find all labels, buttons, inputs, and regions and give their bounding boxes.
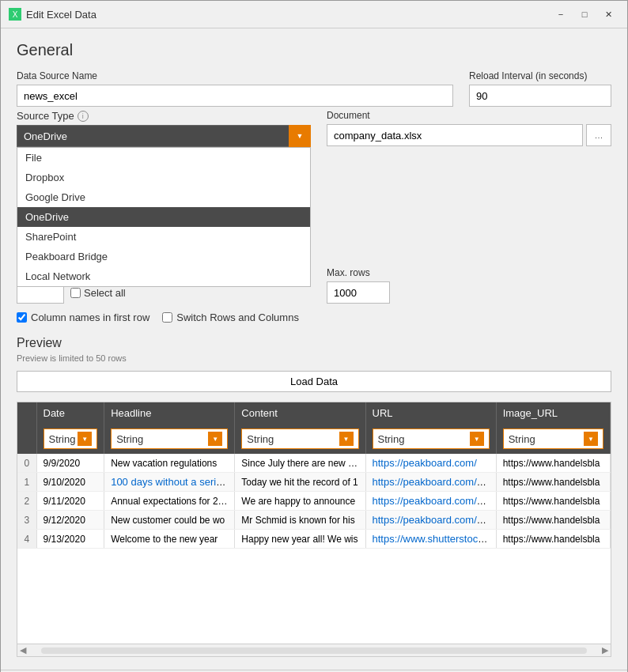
reload-label: Reload Interval (in seconds) [469,70,611,81]
source-type-select-container: File Dropbox Google Drive OneDrive Share… [17,125,311,147]
switch-rows-label: Switch Rows and Columns [162,311,299,323]
type-date: String ▼ [36,424,104,454]
cell-date-3: 9/12/2020 [36,511,104,530]
reload-input[interactable] [469,85,611,107]
load-data-button[interactable]: Load Data [17,371,611,392]
maxrows-input[interactable] [327,281,390,304]
type-headline-select[interactable]: String ▼ [111,428,228,449]
col-imageurl-header: Image_URL [496,402,610,424]
row-num-3: 3 [17,511,36,530]
table-row: 4 9/13/2020 Welcome to the new year Happ… [17,530,611,549]
excel-icon: X [9,8,21,21]
document-group: Document … [327,110,611,147]
source-type-select-wrapper [17,125,311,147]
source-type-label: Source Type i [17,110,311,122]
source-type-display [17,125,311,147]
cell-content-1: Today we hit the record of 1 [235,473,365,492]
column-names-checkbox[interactable] [17,312,27,323]
document-input[interactable] [327,124,583,146]
cell-headline-3: New customer could be wo [104,511,235,530]
type-content-select[interactable]: String ▼ [241,428,358,449]
cell-url-0: https://peakboard.com/ [365,454,496,473]
datasource-group: Data Source Name [17,70,453,107]
type-url: String ▼ [365,424,496,454]
type-url-select[interactable]: String ▼ [373,428,490,449]
datasource-label: Data Source Name [17,70,453,81]
dropdown-item-googledrive[interactable]: Google Drive [17,187,310,207]
dropdown-item-dropbox[interactable]: Dropbox [17,168,310,187]
table-body: 0 9/9/2020 New vacation regulations Sinc… [17,454,611,549]
type-headline-arrow: ▼ [208,432,222,446]
type-url-arrow: ▼ [470,432,484,446]
document-row: … [327,124,611,146]
row-num-header [17,402,36,424]
col-content-header: Content [235,402,365,424]
general-title: General [17,41,611,59]
row-num-2: 2 [17,492,36,511]
row-num-0: 0 [17,454,36,473]
info-icon[interactable]: i [78,111,89,122]
type-content-arrow: ▼ [339,432,354,446]
cell-date-1: 9/10/2020 [36,473,104,492]
dropdown-item-onedrive[interactable]: OneDrive [17,207,310,227]
dropdown-item-file[interactable]: File [17,148,310,168]
cell-content-4: Happy new year all! We wis [235,530,365,549]
main-window: X Edit Excel Data − □ ✕ General Data Sou… [0,0,628,672]
horizontal-scrollbar[interactable]: ◀ ▶ [17,644,611,656]
column-names-label: Column names in first row [17,311,149,323]
type-content: String ▼ [235,424,365,454]
table-empty-space [17,549,611,644]
col-date-header: Date [36,402,104,424]
cell-headline-0: New vacation regulations [104,454,235,473]
dropdown-item-localnetwork[interactable]: Local Network [17,266,310,286]
table-row: 2 9/11/2020 Annual expectations for 201 … [17,492,611,511]
source-type-group: Source Type i File Dropbox Google Drive … [17,110,311,147]
titlebar: X Edit Excel Data − □ ✕ [1,1,627,28]
dropdown-item-peakboard[interactable]: Peakboard Bridge [17,247,310,266]
maxrows-label: Max. rows [327,267,611,278]
close-button[interactable]: ✕ [597,6,619,23]
document-label: Document [327,110,611,121]
source-type-dropdown: File Dropbox Google Drive OneDrive Share… [17,147,311,287]
scroll-left-button[interactable]: ◀ [17,645,28,655]
maxrows-group: Max. rows [327,267,611,304]
cell-date-0: 9/9/2020 [36,454,104,473]
reload-group: Reload Interval (in seconds) [469,70,611,107]
scroll-right-button[interactable]: ▶ [600,645,611,655]
type-imageurl-select[interactable]: String ▼ [503,428,603,449]
col-url-header: URL [365,402,496,424]
row-num-4: 4 [17,530,36,549]
type-date-select[interactable]: String ▼ [44,428,98,449]
cell-url-2: https://peakboard.com/karr [365,492,496,511]
cell-content-0: Since July there are new reg [235,454,365,473]
maximize-button[interactable]: □ [573,6,596,23]
source-doc-row: Source Type i File Dropbox Google Drive … [17,110,611,147]
data-table: Date Headline Content URL [17,402,611,549]
table-header-row: Date Headline Content URL [17,402,611,424]
datasource-input[interactable] [17,85,453,107]
row-type-empty [17,424,36,454]
select-all-checkbox[interactable] [70,288,81,298]
cell-imageurl-1: https://www.handelsbla [496,473,610,492]
dropdown-item-sharepoint[interactable]: SharePoint [17,227,310,247]
table-type-row: String ▼ String ▼ [17,424,611,454]
main-content: General Data Source Name Reload Interval… [1,28,627,670]
cell-imageurl-0: https://www.handelsbla [496,454,610,473]
switch-rows-checkbox[interactable] [162,312,172,323]
table-row: 3 9/12/2020 New customer could be wo Mr … [17,511,611,530]
browse-button[interactable]: … [586,124,611,146]
cell-url-3: https://peakboard.com/kon [365,511,496,530]
select-all-label: Select all [70,287,126,299]
cell-date-2: 9/11/2020 [36,492,104,511]
scrollbar-track[interactable] [41,647,587,654]
preview-section: Preview Preview is limited to 50 rows Lo… [17,336,611,657]
cell-content-2: We are happy to announce [235,492,365,511]
data-table-wrapper: Date Headline Content URL [17,402,611,657]
minimize-button[interactable]: − [550,6,572,23]
cell-url-1: https://peakboard.com/use [365,473,496,492]
window-title: Edit Excel Data [26,9,96,21]
cell-headline-1: 100 days without a serious [104,473,235,492]
table-row: 0 9/9/2020 New vacation regulations Sinc… [17,454,611,473]
type-headline: String ▼ [104,424,235,454]
titlebar-left: X Edit Excel Data [9,8,96,21]
